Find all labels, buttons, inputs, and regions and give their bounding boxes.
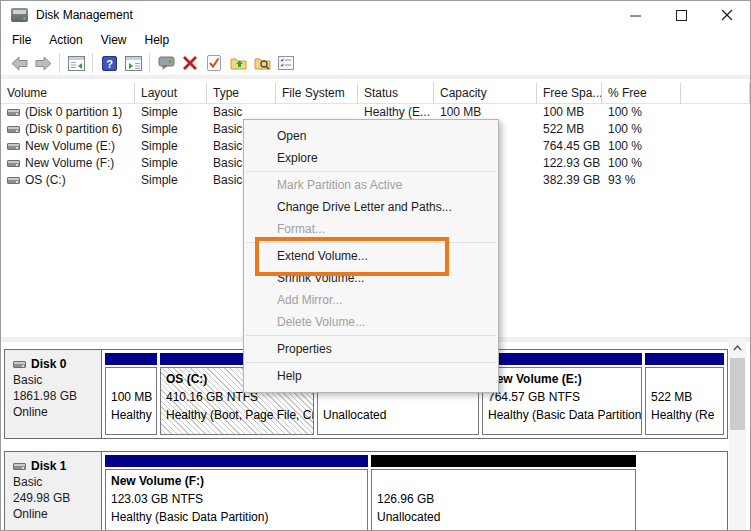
menu-item-properties[interactable]: Properties — [244, 338, 498, 360]
col-file-system[interactable]: File System — [276, 83, 358, 104]
volume-context-menu: Open Explore Mark Partition as Active Ch… — [243, 119, 499, 393]
partition-unallocated-disk1[interactable]: 126.96 GB Unallocated — [371, 455, 636, 531]
col-status[interactable]: Status — [358, 83, 434, 104]
toolbar-separator — [149, 53, 150, 73]
partition-new-volume-e[interactable]: New Volume (E:) 764.57 GB NTFS Healthy (… — [482, 353, 642, 435]
minimize-button[interactable] — [612, 1, 658, 29]
partition-new-volume-f[interactable]: New Volume (F:) 123.03 GB NTFS Healthy (… — [105, 455, 368, 531]
volume-layout: Simple — [135, 172, 207, 189]
volume-name: New Volume (F:) — [25, 155, 114, 172]
menu-separator — [246, 171, 496, 172]
disk-1-row: Disk 1 Basic 249.98 GB Online New Volume… — [4, 451, 728, 531]
forward-icon[interactable] — [31, 52, 55, 74]
folder-find-icon[interactable] — [250, 52, 274, 74]
toolbar: ? — [1, 51, 750, 79]
title-bar: Disk Management — [1, 1, 750, 29]
disk-kind: Basic — [13, 474, 95, 490]
toolbar-separator — [59, 53, 60, 73]
menu-separator — [246, 335, 496, 336]
volume-free-space: 122.93 GB — [537, 155, 602, 172]
volume-layout: Simple — [135, 138, 207, 155]
disk-management-app-icon — [11, 8, 28, 22]
col-capacity[interactable]: Capacity — [434, 83, 537, 104]
disk-name: Disk 0 — [31, 356, 66, 372]
show-action-pane-icon[interactable] — [121, 52, 145, 74]
window-title: Disk Management — [36, 8, 133, 22]
menu-item-change-drive-letter[interactable]: Change Drive Letter and Paths... — [244, 196, 498, 218]
menu-item-help[interactable]: Help — [244, 365, 498, 387]
screen-tip-icon[interactable] — [154, 52, 178, 74]
disk-kind: Basic — [13, 372, 95, 388]
scroll-up-icon[interactable] — [729, 339, 746, 356]
disk-1-label-panel[interactable]: Disk 1 Basic 249.98 GB Online — [5, 452, 102, 531]
volume-icon — [7, 126, 20, 133]
commit-check-icon[interactable] — [202, 52, 226, 74]
disk-icon — [13, 361, 26, 368]
disk-status: Online — [13, 404, 95, 420]
menu-view[interactable]: View — [92, 30, 136, 50]
volume-pct-free: 100 % — [602, 104, 681, 121]
volume-pct-free: 100 % — [602, 121, 681, 138]
menu-item-format: Format... — [244, 218, 498, 240]
volume-layout: Simple — [135, 104, 207, 121]
volume-pct-free: 100 % — [602, 138, 681, 155]
vertical-scrollbar[interactable] — [729, 339, 746, 531]
volume-layout: Simple — [135, 121, 207, 138]
volume-pct-free: 100 % — [602, 155, 681, 172]
back-icon[interactable] — [7, 52, 31, 74]
volume-icon — [7, 143, 20, 150]
col-free-space[interactable]: Free Spa... — [537, 83, 602, 104]
maximize-button[interactable] — [658, 1, 704, 29]
menu-item-shrink-volume[interactable]: Shrink Volume... — [244, 267, 498, 289]
menu-item-delete-volume: Delete Volume... — [244, 311, 498, 333]
disk-size: 1861.98 GB — [13, 388, 95, 404]
close-button[interactable] — [704, 1, 750, 29]
partition-system-100mb[interactable]: 100 MB Healthy — [105, 353, 157, 435]
col-volume[interactable]: Volume — [1, 83, 135, 104]
menu-action[interactable]: Action — [40, 30, 91, 50]
disk-0-label-panel[interactable]: Disk 0 Basic 1861.98 GB Online — [5, 350, 102, 438]
scrollbar-thumb[interactable] — [730, 358, 745, 430]
disk-status: Online — [13, 506, 95, 522]
volume-table-header: Volume Layout Type File System Status Ca… — [1, 83, 750, 104]
help-icon[interactable]: ? — [97, 52, 121, 74]
menu-file[interactable]: File — [3, 30, 40, 50]
volume-name: (Disk 0 partition 1) — [25, 104, 122, 121]
volume-icon — [7, 177, 20, 184]
volume-free-space: 522 MB — [537, 121, 602, 138]
maximize-icon — [676, 10, 687, 21]
properties-list-icon[interactable] — [274, 52, 298, 74]
disk-icon — [13, 463, 26, 470]
show-console-tree-icon[interactable] — [64, 52, 88, 74]
disk-management-window: Disk Management File Action View Help — [0, 0, 751, 531]
volume-name: (Disk 0 partition 6) — [25, 121, 122, 138]
menu-item-add-mirror: Add Mirror... — [244, 289, 498, 311]
volume-pct-free: 93 % — [602, 172, 681, 189]
col-layout[interactable]: Layout — [135, 83, 207, 104]
menu-item-mark-partition-active: Mark Partition as Active — [244, 174, 498, 196]
volume-free-space: 100 MB — [537, 104, 602, 121]
menu-item-extend-volume[interactable]: Extend Volume... — [244, 245, 498, 267]
partition-recovery-522mb[interactable]: 522 MB Healthy (Re — [645, 353, 724, 435]
volume-free-space: 764.45 GB — [537, 138, 602, 155]
minimize-icon — [630, 10, 641, 21]
col-filler — [681, 83, 750, 104]
disk-size: 249.98 GB — [13, 490, 95, 506]
toolbar-separator — [92, 53, 93, 73]
menu-item-explore[interactable]: Explore — [244, 147, 498, 169]
menu-separator — [246, 362, 496, 363]
menu-separator — [246, 242, 496, 243]
disk-name: Disk 1 — [31, 458, 66, 474]
col-pct-free[interactable]: % Free — [602, 83, 681, 104]
volume-free-space: 382.39 GB — [537, 172, 602, 189]
volume-name: OS (C:) — [25, 172, 66, 189]
disk-1-partitions: New Volume (F:) 123.03 GB NTFS Healthy (… — [102, 452, 727, 531]
menu-item-open[interactable]: Open — [244, 125, 498, 147]
col-type[interactable]: Type — [207, 83, 276, 104]
close-icon — [721, 9, 733, 21]
menu-help[interactable]: Help — [136, 30, 179, 50]
delete-icon[interactable] — [178, 52, 202, 74]
volume-icon — [7, 160, 20, 167]
volume-name: New Volume (E:) — [25, 138, 115, 155]
folder-up-icon[interactable] — [226, 52, 250, 74]
